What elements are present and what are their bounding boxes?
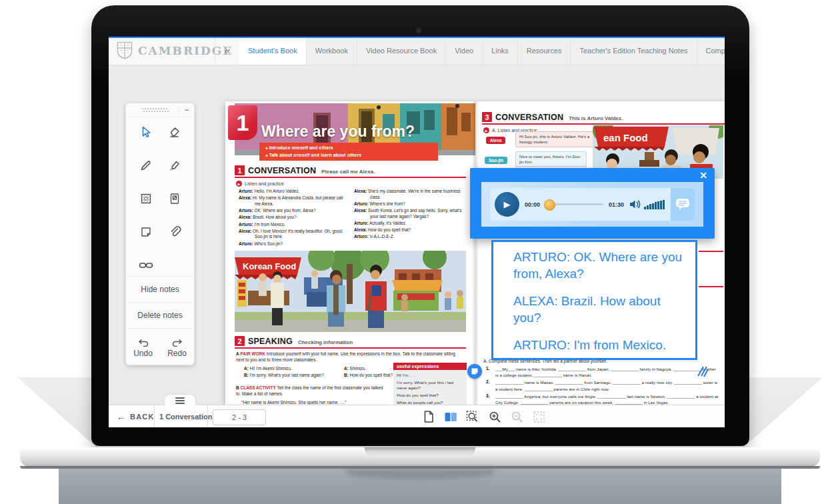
section3-subheading: This is Arturo Valdez.: [569, 115, 623, 122]
zoom-out-icon[interactable]: [510, 410, 523, 423]
note-icon: [471, 367, 479, 375]
section2-example-col1: A: Hi! I'm Akemi Shimizu.B: I'm sorry. W…: [244, 366, 339, 379]
image-tool-icon[interactable]: [167, 191, 183, 207]
laptop-mockup: CAMBRIDGE « Student's Book Workbook Vide…: [0, 0, 840, 504]
market-illustration: Korean Food: [235, 251, 466, 332]
transcript-line: ARTURO: I'm from Mexico.: [513, 337, 686, 353]
delete-notes-button[interactable]: Delete notes: [126, 302, 194, 328]
link-tool-icon[interactable]: [138, 257, 154, 273]
speech-bubble-alexa: Hi Soo-jin, this is Arturo Valdez. He's …: [515, 131, 603, 147]
section3-rule: [482, 123, 725, 125]
tab-video-resource-book[interactable]: Video Resource Book: [357, 37, 446, 65]
note-marker-button[interactable]: [467, 364, 482, 379]
section1-heading: CONVERSATION: [248, 166, 316, 175]
section1-rule: [235, 177, 466, 178]
section2-partB: B CLASS ACTIVITY Tell the class the name…: [236, 385, 388, 397]
mask-tool-icon[interactable]: [138, 191, 154, 207]
hide-notes-button[interactable]: Hide notes: [126, 276, 194, 302]
two-page-view-icon[interactable]: [444, 410, 457, 423]
volume-bars[interactable]: [644, 200, 665, 209]
tab-students-book[interactable]: Student's Book: [239, 37, 307, 65]
seek-knob[interactable]: [544, 199, 555, 211]
minimize-palette-button[interactable]: −: [179, 103, 194, 117]
tab-workbook[interactable]: Workbook: [307, 37, 357, 65]
undo-label: Undo: [133, 349, 153, 358]
transcript-line: ARTURO: OK. Where are you from, Alexa?: [513, 249, 686, 282]
audio-control-bar: ▶ 00:00 01:30: [490, 188, 695, 221]
audio-play-dot-icon[interactable]: ▶: [236, 181, 242, 187]
tab-teachers-edition-notes[interactable]: Teacher's Edition Teaching Notes: [571, 37, 697, 65]
section3-header: 3 CONVERSATION This is Arturo Valdez.: [482, 112, 623, 122]
blue-pen-scribble: [695, 365, 709, 377]
view-controls: [422, 405, 545, 427]
useful-expressions-list: Hi! I'm . . .I'm sorry. What's your firs…: [393, 370, 467, 410]
play-button[interactable]: ▶: [495, 192, 519, 217]
section2-rule: [235, 347, 466, 349]
drag-handle[interactable]: [142, 108, 169, 112]
dialog-column-2: Alexa: She's my classmate. We're in the …: [354, 189, 466, 241]
section-breadcrumb[interactable]: 1 Conversation: [159, 405, 212, 427]
back-button[interactable]: ← BACK: [117, 405, 155, 427]
page-range-input[interactable]: [213, 409, 266, 425]
menu-tab[interactable]: [164, 394, 196, 406]
audio-play-dot-icon[interactable]: ▶: [483, 127, 489, 133]
single-page-view-icon[interactable]: [422, 410, 435, 423]
transcript-line: ALEXA: Brazil. How about you?: [513, 293, 686, 326]
transcript-popup: ARTURO: OK. Where are you from, Alexa?AL…: [491, 240, 697, 360]
audio-player-popup: ✕ ▶ 00:00 01:30: [470, 168, 715, 239]
fit-to-screen-icon[interactable]: [532, 410, 545, 423]
hidden-blank-rule-1: [699, 251, 723, 252]
redo-button[interactable]: Redo: [160, 329, 194, 367]
audio-player-panel: ▶ 00:00 01:30: [481, 182, 703, 227]
undo-icon: [137, 339, 149, 347]
desk-shadow-right: [743, 377, 823, 448]
unit-number-badge: 1: [228, 105, 257, 140]
section3-heading: CONVERSATION: [495, 113, 563, 122]
pointer-tool-icon[interactable]: [138, 124, 154, 140]
tab-links[interactable]: Links: [483, 37, 518, 65]
tab-complete-assessment[interactable]: Complete Assessment Intro: [697, 37, 725, 65]
back-arrow-icon: ←: [117, 411, 126, 422]
zoom-in-icon[interactable]: [488, 410, 501, 423]
tool-palette: −: [125, 103, 195, 365]
redo-icon: [171, 339, 183, 347]
seek-slider[interactable]: [545, 203, 603, 205]
eraser-tool-icon[interactable]: [167, 124, 183, 140]
section2-heading: SPEAKING: [248, 337, 293, 346]
highlighter-tool-icon[interactable]: [167, 157, 183, 173]
undo-button[interactable]: Undo: [126, 329, 160, 367]
transcript-toggle-button[interactable]: [671, 188, 695, 221]
divider: [207, 405, 208, 427]
speech-bubble-soojin: Nice to meet you, Arturo. I'm Soo-jin Ki…: [515, 151, 587, 167]
left-page: 1 Where are you from? ▸ Introduce onesel…: [225, 101, 475, 422]
speaker-icon[interactable]: [629, 199, 641, 209]
tab-video[interactable]: Video: [446, 37, 483, 65]
section1-header: 1 CONVERSATION Please call me Alexa.: [235, 165, 375, 175]
section2-number: 2: [235, 336, 245, 346]
current-time: 00:00: [525, 201, 540, 208]
redo-label: Redo: [167, 349, 187, 358]
attachment-tool-icon[interactable]: [167, 224, 183, 240]
useful-expressions-box: useful expressions Hi! I'm . . .I'm sorr…: [393, 363, 467, 410]
webcam-dot: [416, 28, 421, 33]
laptop-reflection-notch: [347, 469, 493, 479]
app-screen: CAMBRIDGE « Student's Book Workbook Vide…: [109, 37, 725, 427]
cambridge-shield-icon: [117, 41, 133, 60]
useful-expressions-title: useful expressions: [393, 363, 467, 370]
section1-subheading: Please call me Alexa.: [321, 169, 375, 175]
section1-listen-row: ▶ Listen and practice.: [236, 181, 285, 187]
writing-items: 1.___My___ name is Aiko Yoshida. _______…: [486, 366, 719, 407]
section1-number: 1: [235, 165, 245, 175]
collapse-sidebar-button[interactable]: «: [215, 37, 240, 65]
palette-header: −: [126, 103, 194, 117]
divider: [154, 405, 155, 427]
sticky-note-tool-icon[interactable]: [138, 224, 154, 240]
speaker-pill-soojin: Soo-jin: [485, 157, 507, 164]
tab-resources[interactable]: Resources: [518, 37, 571, 65]
pen-tool-icon[interactable]: [138, 157, 154, 173]
section1-instruction: Listen and practice.: [245, 181, 285, 186]
close-icon[interactable]: ✕: [699, 170, 707, 181]
section2-subheading: Checking information: [298, 339, 353, 346]
marquee-zoom-icon[interactable]: [466, 410, 479, 423]
hidden-blank-rule-2: [699, 286, 723, 287]
